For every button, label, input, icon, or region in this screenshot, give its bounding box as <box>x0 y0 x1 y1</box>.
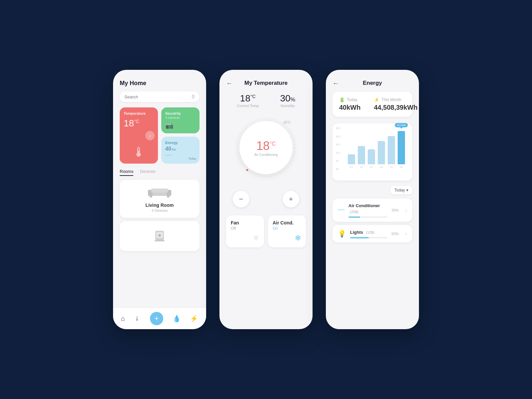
bar-group-06: 40 kWh06 <box>398 131 405 169</box>
room-card-bedroom[interactable] <box>120 221 200 251</box>
tab-devices[interactable]: Devices <box>140 169 155 176</box>
du-lights-chevron: › <box>405 231 407 236</box>
bar-label-06: 06 <box>400 166 403 169</box>
bars-container: 010203040540 kWh06 <box>338 129 407 175</box>
nav-energy-icon[interactable]: ⚡ <box>190 315 198 323</box>
current-temp-value: 18°C <box>237 93 259 104</box>
energy-summary-card: 🔋 Today 40kWh ⚡ This Month 44,508,39kWh <box>332 92 412 117</box>
temp-tile-value: 18°C <box>124 118 139 129</box>
security-cameras: 3 Cameras <box>165 116 196 119</box>
du-lights-price: (10$) <box>366 230 374 234</box>
energy-unit: kw <box>172 148 176 151</box>
stats-row: 18°C Current Temp 30% Humidity <box>226 93 306 108</box>
increase-button[interactable]: + <box>283 191 299 207</box>
camera-icon: 📷 <box>165 121 196 129</box>
tile-energy[interactable]: Energy 40 kw 〰 Today <box>161 137 200 164</box>
humidity-value: 30% <box>280 93 295 104</box>
device-cards: Fan Off ✳ Air Cond. On ❄ <box>226 215 306 247</box>
myhome-title: My Home <box>120 80 200 87</box>
device-card-fan[interactable]: Fan Off ✳ <box>226 215 264 247</box>
phone-temperature: ← My Temperature 18°C Current Temp 30% H… <box>219 70 313 329</box>
temp-arrow: › <box>145 131 155 140</box>
energy-back-button[interactable]: ← <box>332 79 339 87</box>
security-tile-label: Secutrity <box>165 111 196 115</box>
bar-02 <box>358 146 365 164</box>
du-ac-price: (20$) <box>350 210 358 214</box>
fan-icon: ✳ <box>253 233 259 243</box>
nav-home-icon[interactable]: ⌂ <box>121 315 125 323</box>
svg-rect-8 <box>155 240 165 241</box>
temp-tile-label: Temperature <box>124 111 154 115</box>
energy-page-header: ← Energy <box>332 80 412 86</box>
search-input[interactable] <box>124 94 192 99</box>
fan-name: Fan <box>231 220 259 225</box>
svg-rect-3 <box>151 189 168 193</box>
room-living-devices: 4 Devices <box>125 208 194 212</box>
fan-status: Off <box>231 226 259 231</box>
search-bar[interactable]: ⚲ <box>120 91 200 102</box>
du-ac-percent: 30% <box>391 208 399 212</box>
nav-add-button[interactable]: + <box>150 312 163 325</box>
bulb-icon: 💡 <box>338 230 346 238</box>
device-card-ac[interactable]: Air Cond. On ❄ <box>268 215 306 247</box>
nav-water-icon[interactable]: 💧 <box>173 315 181 323</box>
thermostat-ring[interactable]: 10°C 20°C 18°C Air Conditioning <box>233 114 299 181</box>
bottom-nav: ⌂ 🌡 + 💧 ⚡ <box>113 308 206 329</box>
room-card-living[interactable]: Living Room 4 Devices <box>120 180 200 218</box>
thermostat-container: 10°C 20°C 18°C Air Conditioning <box>226 114 306 181</box>
bar-group-01: 01 <box>348 154 355 169</box>
bar-group-03: 03 <box>368 149 375 169</box>
sofa-icon <box>125 185 194 200</box>
svg-point-9 <box>158 234 161 237</box>
energy-page-title: Energy <box>363 80 382 86</box>
decrease-button[interactable]: − <box>233 191 249 207</box>
filter-today-button[interactable]: Today ▾ <box>390 186 412 195</box>
ac-name: Air Cond. <box>273 220 301 225</box>
bar-04 <box>378 141 385 164</box>
humidity-stat: 30% Humidity <box>280 93 295 108</box>
bar-label-05: 05 <box>390 166 393 169</box>
bar-label-03: 03 <box>370 166 373 169</box>
thermo-label: Air Conditioning <box>254 153 278 157</box>
temperature-page-title: My Temperature <box>244 80 288 86</box>
svg-rect-4 <box>150 196 152 198</box>
nav-temp-icon[interactable]: 🌡 <box>134 315 141 323</box>
phone-energy: ← Energy 🔋 Today 40kWh ⚡ This Month 44,5… <box>326 70 419 329</box>
bar-06: 40 kWh <box>398 131 405 164</box>
bar-01 <box>348 154 355 164</box>
chevron-down-icon: ▾ <box>406 188 408 193</box>
air-purifier-icon <box>151 228 168 244</box>
device-usage-lights[interactable]: 💡 Lights (10$) 50% › <box>332 225 412 242</box>
today-value: 40kWh <box>339 104 360 111</box>
current-temp-label: Current Temp <box>237 104 259 108</box>
thermostat-inner: 18°C Air Conditioning <box>239 121 293 174</box>
tiles-grid: Temperature 18°C 🌡 › Secutrity 3 Cameras… <box>120 107 200 164</box>
svg-text:20°C: 20°C <box>283 121 291 124</box>
du-ac-name: Air Conditioner <box>348 203 380 208</box>
bar-03 <box>368 149 375 164</box>
back-button[interactable]: ← <box>226 79 233 87</box>
device-usage-ac[interactable]: 〰 Air Conditioner (20$) 30% › <box>332 199 412 222</box>
controls-row: − + <box>226 191 306 207</box>
filter-label: Today <box>394 188 405 193</box>
du-lights-name: Lights <box>350 230 363 235</box>
search-icon: ⚲ <box>192 94 195 99</box>
tab-rooms[interactable]: Rooms <box>120 169 133 176</box>
bar-label-02: 02 <box>360 166 363 169</box>
tile-temperature[interactable]: Temperature 18°C 🌡 › <box>120 107 158 164</box>
snowflake-icon: ❄ <box>295 233 301 243</box>
filter-row: Today ▾ <box>332 186 412 195</box>
today-label: Today <box>347 97 357 102</box>
temperature-page-header: ← My Temperature <box>226 80 306 86</box>
tile-security[interactable]: Secutrity 3 Cameras 📷 <box>161 107 200 133</box>
bar-label-04: 04 <box>380 166 383 169</box>
du-lights-info: Lights (10$) <box>350 229 387 238</box>
month-value: 44,508,39kWh <box>374 104 417 111</box>
svg-rect-5 <box>167 196 170 198</box>
bar-group-04: 04 <box>378 141 385 169</box>
thermometer-icon: 🌡 <box>124 145 154 160</box>
bar-group-05: 05 <box>388 136 395 169</box>
humidity-label: Humidity <box>280 104 295 108</box>
energy-month-summary: ⚡ This Month 44,508,39kWh <box>374 97 417 111</box>
room-living-name: Living Room <box>125 202 194 208</box>
